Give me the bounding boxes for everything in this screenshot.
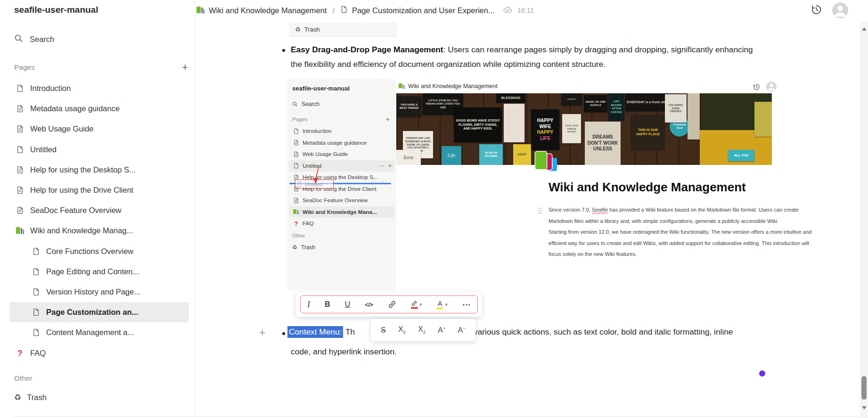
doc-icon xyxy=(16,84,24,92)
link-icon xyxy=(388,300,396,309)
item-label: SeaDoc Feature Overview xyxy=(303,197,368,204)
underline-button[interactable]: U xyxy=(344,299,352,310)
format-toolbar: IBU</>▾A▾⋯ xyxy=(296,292,482,317)
superscript-button[interactable]: X2 xyxy=(417,324,426,336)
doc-icon xyxy=(293,128,299,134)
sidebar-item-faq[interactable]: ?FAQ xyxy=(9,343,189,363)
scrollbar-thumb[interactable] xyxy=(861,376,867,400)
sidebar-item-label: Untitled xyxy=(30,145,57,154)
italic-button[interactable]: I xyxy=(306,299,311,311)
font-color-button[interactable]: A▾ xyxy=(435,299,449,311)
sidebar-item-page-editing-and-conten[interactable]: Page Editing and Conten... xyxy=(9,262,189,282)
screenshot-pages-list: IntroductionMetadata usage guidanceWeb U… xyxy=(287,125,396,229)
cover-sign: EVERYDAY is a fresh start xyxy=(625,93,670,111)
inline-code-button[interactable]: </> xyxy=(364,300,374,309)
sidebar-item-content-management-a[interactable]: Content Management a... xyxy=(9,322,189,343)
drop-row-actions: ⋯ + xyxy=(371,179,385,185)
sidebar-item-help-for-using-the-desktop-s[interactable]: Help for using the Desktop S... xyxy=(9,160,189,180)
avatar[interactable] xyxy=(832,2,848,18)
selected-text: Context Menu: xyxy=(287,326,343,338)
sidebar-item-help-for-using-the-drive-client[interactable]: Help for using the Drive Client xyxy=(9,180,189,200)
doc-icon xyxy=(16,146,24,154)
sidebar-item-web-usage-guide[interactable]: Web Usage Guide xyxy=(9,119,189,139)
cover-sign: love xyxy=(396,150,421,165)
cover-sign xyxy=(688,93,700,139)
sidebar-item-seadoc-feature-overview[interactable]: SeaDoc Feature Overview xyxy=(9,200,189,221)
format-sub-toolbar: SX2X2A+A− xyxy=(371,319,475,341)
screenshot-pages-section: Pages + xyxy=(292,116,390,123)
doc-lines-icon xyxy=(16,105,24,113)
chevron-down-icon: ▾ xyxy=(419,302,422,308)
question-icon: ? xyxy=(16,349,24,357)
cover-sign: YOU HAVE A BEST FRIEND xyxy=(396,96,422,117)
drag-handle-icon xyxy=(538,207,542,216)
history-icon[interactable] xyxy=(811,4,822,17)
subscript-button[interactable]: X2 xyxy=(397,324,407,336)
sidebar-item-label: Content Management a... xyxy=(46,328,134,337)
misspelled-word: Seafile xyxy=(592,207,608,213)
bullet2-text: various quick actions, such as text colo… xyxy=(474,327,733,336)
bullet-item-context-menu-line2: code, and hyperlink insertion. xyxy=(291,347,397,357)
item-hover-actions: ⋯+ xyxy=(378,163,392,169)
link-button[interactable] xyxy=(387,299,397,310)
chevron-down-icon: ▾ xyxy=(445,302,448,308)
paragraph: Starting from version 12.0, we have rede… xyxy=(549,227,819,260)
sidebar-item-label: Web Usage Guide xyxy=(30,124,94,133)
breadcrumb-parent[interactable]: Wiki and Knowledge Management xyxy=(209,6,327,15)
bullet-dot xyxy=(282,332,285,335)
doc-lines-icon xyxy=(16,166,24,174)
screenshot-sidebar-item-metadata-usage-guidance: Metadata usage guidance xyxy=(289,137,394,149)
other-section: Other xyxy=(14,374,188,383)
sidebar-item-introduction[interactable]: Introduction xyxy=(9,78,189,98)
vertical-scrollbar[interactable] xyxy=(860,22,868,418)
cover-sign: THE WIRES DRINK FRIENDS xyxy=(665,94,687,123)
sidebar-item-wiki-and-knowledge-manag[interactable]: Wiki and Knowledge Manag... xyxy=(9,221,189,241)
question-icon: ? xyxy=(293,221,299,227)
font-size-decrease-button[interactable]: A− xyxy=(457,325,467,336)
cover-sign: LIFE BEGINS AFTER COFFEE xyxy=(608,93,624,121)
sidebar-item-page-customization-an[interactable]: Page Customization an... xyxy=(9,302,189,322)
screenshot-sidebar-item-faq: ?FAQ xyxy=(289,218,394,229)
strikethrough-button[interactable]: S xyxy=(380,325,387,336)
cover-sign: WAKE UP AND HUSTLE xyxy=(584,95,607,112)
doc-lines-icon xyxy=(293,151,299,157)
wiki-book-icon xyxy=(293,209,299,215)
sidebar-item-label: Wiki and Knowledge Manag... xyxy=(30,226,133,235)
annotation-arrow-icon xyxy=(310,165,323,185)
sidebar-item-core-functions-overview[interactable]: Core Functions Overview xyxy=(9,241,189,262)
breadcrumb-current[interactable]: Page Customization and User Experien... xyxy=(352,6,495,15)
insert-block-button[interactable]: + xyxy=(259,326,266,338)
sidebar-item-version-history-and-page[interactable]: Version History and Page... xyxy=(9,282,189,302)
doc-icon xyxy=(32,268,40,276)
doc-lines-icon xyxy=(16,125,24,133)
doc-lines-icon xyxy=(16,186,24,194)
sidebar-item-label: Help for using the Drive Client xyxy=(30,186,133,195)
last-saved-time: 16:11 xyxy=(517,7,534,14)
top-bar: Wiki and Knowledge Management / Page Cus… xyxy=(195,0,859,21)
doc-icon xyxy=(297,181,303,187)
sidebar-item-trash[interactable]: ♻ Trash xyxy=(14,393,47,402)
search-button[interactable]: Search xyxy=(14,34,54,45)
highlight-color-button[interactable]: ▾ xyxy=(410,299,423,310)
screenshot-sidebar: seafile-user-manual Search Pages + Intro… xyxy=(287,79,396,290)
doc-icon xyxy=(293,163,299,169)
item-label: Wiki and Knowledge Mana... xyxy=(303,209,377,215)
doc-icon xyxy=(32,247,40,255)
bold-button[interactable]: B xyxy=(324,299,331,310)
screenshot-sidebar-item-seadoc-feature-overview: SeaDoc Feature Overview xyxy=(289,195,394,206)
add-page-button[interactable]: + xyxy=(182,62,188,73)
sidebar-item-metadata-usage-guidance[interactable]: Metadata usage guidance xyxy=(9,98,189,119)
sidebar-item-label: FAQ xyxy=(30,349,46,358)
more-button[interactable]: ⋯ xyxy=(461,299,472,311)
collaborator-cursor-dot xyxy=(759,370,765,377)
font-size-increase-button[interactable]: A+ xyxy=(437,325,446,336)
scroll-up-arrow[interactable] xyxy=(862,27,867,31)
bullet-dot xyxy=(282,49,285,52)
bullet2-after-text: Th xyxy=(343,327,355,336)
bullet-item-context-menu-line1: Context Menu: Thvarious quick actions, s… xyxy=(287,327,733,337)
screenshot-breadcrumb: Wiki and Knowledge Management xyxy=(399,83,498,90)
screenshot-header-title: Wiki and Knowledge Management xyxy=(408,83,498,90)
cover-sign: another xyxy=(561,93,582,106)
scroll-down-arrow[interactable] xyxy=(862,406,867,410)
sidebar-item-untitled[interactable]: Untitled xyxy=(9,139,189,160)
